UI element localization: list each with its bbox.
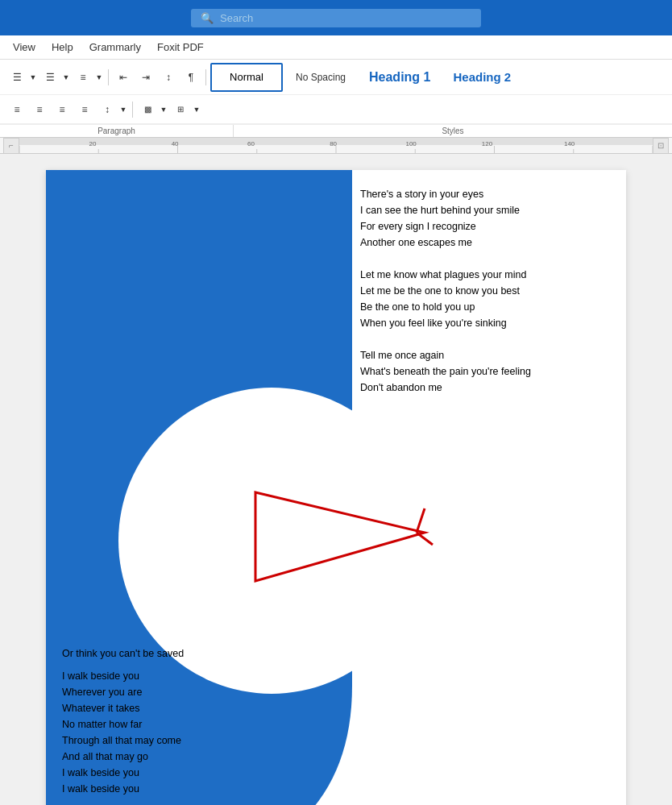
ruler-left-btn[interactable]: ⌐ bbox=[3, 138, 19, 154]
multilevel-list-arrow[interactable]: ▼ bbox=[94, 67, 104, 88]
svg-marker-17 bbox=[255, 492, 425, 581]
lyric-line: Whatever it takes bbox=[62, 700, 610, 716]
line-spacing-btn[interactable]: ↕ bbox=[97, 99, 118, 120]
svg-text:20: 20 bbox=[89, 140, 96, 147]
page: There's a story in your eyes I can see t… bbox=[46, 170, 626, 805]
line-spacing-arrow[interactable]: ▼ bbox=[118, 99, 128, 120]
lyric-intro: Or think you can't be saved bbox=[62, 645, 610, 662]
lyric-line: When you feel like you're sinking bbox=[360, 315, 610, 331]
separator-1 bbox=[108, 69, 109, 85]
svg-text:120: 120 bbox=[482, 140, 493, 147]
menu-grammarly[interactable]: Grammarly bbox=[83, 39, 147, 55]
multilevel-list-group: ≡ ▼ bbox=[73, 67, 104, 88]
separator-3 bbox=[132, 102, 133, 118]
line-spacing-group: ↕ ▼ bbox=[97, 99, 128, 120]
decrease-indent-btn[interactable]: ⇤ bbox=[113, 67, 134, 88]
style-normal[interactable]: Normal bbox=[210, 63, 283, 92]
lyric-line: I walk beside you bbox=[62, 668, 610, 684]
multilevel-list-btn[interactable]: ≡ bbox=[73, 67, 93, 88]
lyric-line: No matter how far bbox=[62, 716, 610, 732]
search-bar: 🔍 bbox=[0, 0, 672, 35]
numbered-list-group: ☰ ▼ bbox=[39, 67, 71, 88]
svg-text:40: 40 bbox=[172, 140, 179, 147]
align-right-btn[interactable]: ≡ bbox=[52, 99, 73, 120]
align-center-btn[interactable]: ≡ bbox=[29, 99, 50, 120]
lyric-line: Wherever you are bbox=[62, 684, 610, 700]
lyric-line: Don't abandon me bbox=[360, 380, 610, 396]
lyric-line: And all that may go bbox=[62, 749, 610, 765]
menu-foxit[interactable]: Foxit PDF bbox=[151, 39, 210, 55]
svg-text:140: 140 bbox=[564, 140, 575, 147]
borders-group: ⊞ ▼ bbox=[170, 99, 201, 120]
styles-section-label: Styles bbox=[234, 125, 672, 137]
svg-line-18 bbox=[417, 508, 425, 533]
sort-btn[interactable]: ↕ bbox=[158, 67, 179, 88]
bullet-list-arrow[interactable]: ▼ bbox=[28, 67, 38, 88]
lyric-line: What's beneath the pain you're feeling bbox=[360, 363, 610, 380]
bullet-list-btn[interactable]: ☰ bbox=[6, 67, 27, 88]
show-formatting-btn[interactable]: ¶ bbox=[180, 67, 201, 88]
shading-arrow[interactable]: ▼ bbox=[159, 99, 168, 120]
stanza-1: There's a story in your eyes I can see t… bbox=[360, 186, 610, 251]
style-heading1[interactable]: Heading 1 bbox=[359, 63, 441, 92]
stanza-3: Tell me once again What's beneath the pa… bbox=[360, 347, 610, 396]
lyrics-lower: Or think you can't be saved I walk besid… bbox=[62, 645, 610, 805]
svg-text:80: 80 bbox=[330, 140, 337, 147]
bullet-list-group: ☰ ▼ bbox=[6, 67, 38, 88]
svg-line-19 bbox=[417, 533, 433, 545]
lyric-line: Tell me once again bbox=[360, 347, 610, 363]
ribbon-toolbar: ☰ ▼ ☰ ▼ ≡ ▼ ⇤ ⇥ ↕ ¶ Normal No Spacing He… bbox=[0, 60, 672, 95]
borders-arrow[interactable]: ▼ bbox=[192, 99, 201, 120]
style-no-spacing[interactable]: No Spacing bbox=[284, 63, 357, 92]
menu-view[interactable]: View bbox=[6, 39, 42, 55]
shading-btn[interactable]: ▩ bbox=[137, 99, 158, 120]
menu-bar: View Help Grammarly Foxit PDF bbox=[0, 35, 672, 60]
lyric-line: Be the one to hold you up bbox=[360, 299, 610, 315]
ruler-expand-btn[interactable]: ⊡ bbox=[653, 138, 669, 154]
search-input[interactable] bbox=[220, 12, 471, 24]
lyric-line: Let me be the one to know you best bbox=[360, 283, 610, 299]
numbered-list-btn[interactable]: ☰ bbox=[39, 67, 60, 88]
lyric-line: Let me know what plagues your mind bbox=[360, 267, 610, 283]
lyric-line: Another one escapes me bbox=[360, 234, 610, 251]
lyric-line: Through all that may come bbox=[62, 732, 610, 749]
separator-2 bbox=[205, 69, 206, 85]
ruler-track: 20 40 60 80 100 120 140 bbox=[19, 138, 653, 153]
lyric-line: For every sign I recognize bbox=[360, 218, 610, 234]
lyric-line: I can see the hurt behind your smile bbox=[360, 202, 610, 218]
borders-btn[interactable]: ⊞ bbox=[170, 99, 191, 120]
document-area: There's a story in your eyes I can see t… bbox=[0, 154, 672, 805]
lyrics-right: There's a story in your eyes I can see t… bbox=[360, 186, 610, 396]
lyric-line: There's a story in your eyes bbox=[360, 186, 610, 202]
search-wrapper[interactable]: 🔍 bbox=[191, 9, 481, 27]
search-icon: 🔍 bbox=[201, 12, 214, 24]
lyric-line: I walk beside you bbox=[62, 781, 610, 797]
menu-help[interactable]: Help bbox=[45, 39, 80, 55]
paragraph-section-label: Paragraph bbox=[0, 125, 234, 137]
ribbon: ☰ ▼ ☰ ▼ ≡ ▼ ⇤ ⇥ ↕ ¶ Normal No Spacing He… bbox=[0, 60, 672, 138]
svg-text:60: 60 bbox=[247, 140, 255, 147]
align-left-btn[interactable]: ≡ bbox=[6, 99, 27, 120]
style-heading2[interactable]: Heading 2 bbox=[442, 63, 521, 92]
ruler: ⌐ 20 40 60 80 100 120 140 ⊡ bbox=[0, 138, 672, 154]
stanza-2: Let me know what plagues your mind Let m… bbox=[360, 267, 610, 331]
increase-indent-btn[interactable]: ⇥ bbox=[135, 67, 156, 88]
svg-text:100: 100 bbox=[405, 140, 417, 147]
shading-group: ▩ ▼ bbox=[137, 99, 168, 120]
numbered-list-arrow[interactable]: ▼ bbox=[61, 67, 71, 88]
justify-btn[interactable]: ≡ bbox=[74, 99, 95, 120]
lyric-line: I walk beside you bbox=[62, 765, 610, 781]
stanza-lower-1: I walk beside you Wherever you are Whate… bbox=[62, 668, 610, 797]
